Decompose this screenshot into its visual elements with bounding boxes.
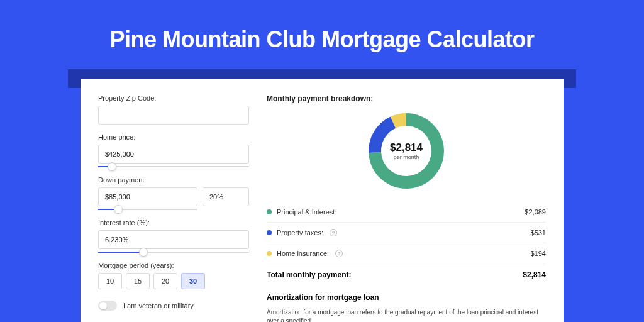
breakdown-column: Monthly payment breakdown: $2,814 per mo… (267, 94, 546, 322)
amortization-title: Amortization for mortgage loan (267, 293, 546, 302)
legend-value: $2,089 (525, 208, 546, 216)
legend-label: Property taxes: (277, 229, 323, 236)
down-payment-pct-input[interactable] (203, 187, 249, 206)
period-btn-20[interactable]: 20 (153, 273, 177, 289)
toggle-knob (99, 302, 107, 309)
legend-dot (267, 209, 272, 214)
donut-center: $2,814 per month (367, 112, 445, 190)
veteran-row: I am veteran or military (98, 301, 249, 311)
legend-value: $531 (531, 229, 546, 236)
slider-thumb[interactable] (139, 248, 148, 257)
veteran-toggle[interactable] (98, 301, 117, 311)
legend-row: Property taxes:?$531 (267, 223, 546, 243)
interest-label: Interest rate (%): (98, 219, 249, 226)
breakdown-title: Monthly payment breakdown: (267, 94, 546, 103)
legend-dot (267, 230, 272, 235)
hero: Pine Mountain Club Mortgage Calculator (0, 0, 644, 79)
interest-input[interactable] (98, 230, 249, 249)
legend-value: $194 (531, 250, 546, 257)
total-label: Total monthly payment: (267, 270, 351, 279)
slider-thumb[interactable] (114, 205, 123, 214)
donut-chart-wrap: $2,814 per month (267, 112, 546, 190)
help-icon[interactable]: ? (335, 250, 343, 257)
donut-sub: per month (394, 154, 419, 160)
home-price-input[interactable] (98, 145, 249, 164)
zip-label: Property Zip Code: (98, 94, 249, 102)
period-buttons: 10152030 (98, 273, 249, 289)
home-price-group: Home price: (98, 133, 249, 167)
period-btn-10[interactable]: 10 (98, 273, 122, 289)
zip-input[interactable] (98, 106, 249, 125)
donut-value: $2,814 (390, 142, 423, 154)
total-row: Total monthly payment: $2,814 (267, 264, 546, 289)
legend-row: Principal & Interest:$2,089 (267, 202, 546, 223)
page-title: Pine Mountain Club Mortgage Calculator (109, 26, 534, 53)
calculator-card: Property Zip Code: Home price: Down paym… (80, 79, 564, 322)
interest-group: Interest rate (%): (98, 219, 249, 253)
down-payment-slider[interactable] (98, 209, 197, 210)
form-column: Property Zip Code: Home price: Down paym… (98, 94, 249, 322)
period-btn-30[interactable]: 30 (181, 273, 205, 289)
help-icon[interactable]: ? (330, 229, 337, 236)
home-price-label: Home price: (98, 133, 249, 141)
veteran-label: I am veteran or military (123, 302, 194, 309)
interest-slider[interactable] (98, 252, 249, 253)
amortization-text: Amortization for a mortgage loan refers … (267, 308, 546, 322)
total-value: $2,814 (523, 270, 546, 279)
donut-chart: $2,814 per month (367, 112, 445, 190)
legend-label: Home insurance: (277, 250, 329, 257)
slider-thumb[interactable] (108, 162, 116, 171)
legend-label: Principal & Interest: (277, 208, 336, 216)
down-payment-label: Down payment: (98, 176, 249, 184)
legend: Principal & Interest:$2,089Property taxe… (267, 201, 546, 264)
home-price-slider[interactable] (98, 166, 249, 167)
period-btn-15[interactable]: 15 (126, 273, 150, 289)
down-payment-group: Down payment: (98, 176, 249, 210)
zip-field-group: Property Zip Code: (98, 94, 249, 125)
period-group: Mortgage period (years): 10152030 (98, 262, 249, 289)
legend-dot (267, 251, 272, 256)
period-label: Mortgage period (years): (98, 262, 249, 269)
down-payment-amount-input[interactable] (98, 187, 197, 206)
legend-row: Home insurance:?$194 (267, 243, 546, 264)
